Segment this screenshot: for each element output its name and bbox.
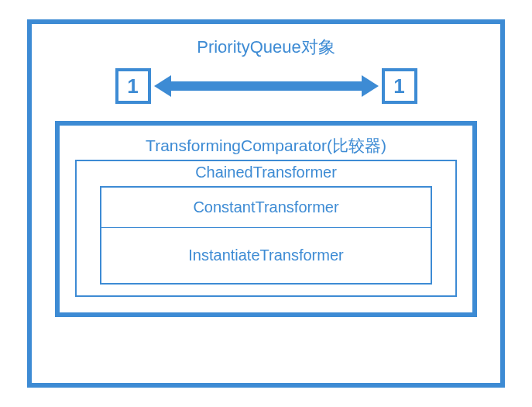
- transformer-stack: ConstantTransformer InstantiateTransform…: [100, 186, 432, 285]
- double-arrow: [154, 79, 379, 93]
- left-value-box: 1: [115, 68, 151, 104]
- arrow-right-icon: [362, 75, 379, 97]
- instantiate-transformer-item: InstantiateTransformer: [101, 228, 431, 283]
- comparator-box: TransformingComparator(比较器) ChainedTrans…: [55, 121, 477, 317]
- arrow-line: [171, 81, 362, 91]
- chained-transformer-box: ChainedTransformer ConstantTransformer I…: [75, 160, 457, 297]
- priority-queue-box: PriorityQueue对象 1 1 TransformingComparat…: [27, 19, 505, 388]
- priority-queue-title: PriorityQueue对象: [55, 36, 477, 59]
- constant-transformer-item: ConstantTransformer: [101, 188, 431, 228]
- comparator-title: TransformingComparator(比较器): [75, 135, 457, 157]
- chained-transformer-title: ChainedTransformer: [77, 161, 455, 186]
- right-value-box: 1: [382, 68, 417, 104]
- comparison-arrow-row: 1 1: [55, 67, 477, 105]
- arrow-left-icon: [154, 75, 171, 97]
